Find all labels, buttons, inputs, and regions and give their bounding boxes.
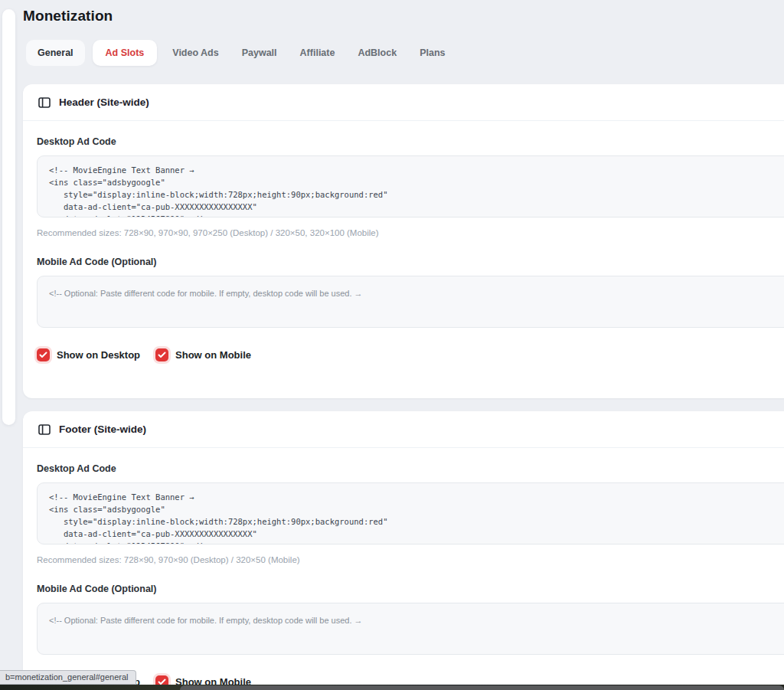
checkbox-checked-icon[interactable] (37, 348, 50, 361)
tab-plans[interactable]: Plans (412, 40, 452, 66)
sidebar-edge-panel (2, 9, 15, 425)
mobile-ad-code-placeholder: <!-- Optional: Paste different code for … (49, 616, 363, 625)
card-body: Desktop Ad Code <!-- MovieEngine Text Ba… (23, 448, 784, 690)
mobile-ad-code-label: Mobile Ad Code (Optional) (37, 584, 784, 595)
desktop-ad-code-textarea[interactable]: <!-- MovieEngine Text Banner → <ins clas… (37, 482, 784, 544)
card-title: Footer (Site-wide) (59, 423, 146, 435)
tab-paywall[interactable]: Paywall (234, 40, 285, 66)
mobile-ad-code-textarea[interactable]: <!-- Optional: Paste different code for … (37, 276, 784, 328)
checkbox-checked-icon[interactable] (155, 348, 168, 361)
mobile-ad-code-placeholder: <!-- Optional: Paste different code for … (49, 289, 363, 298)
mobile-ad-code-textarea[interactable]: <!-- Optional: Paste different code for … (37, 603, 784, 655)
tab-adblock[interactable]: AdBlock (350, 40, 404, 66)
desktop-ad-code-label: Desktop Ad Code (37, 136, 784, 148)
recommended-sizes-hint: Recommended sizes: 728×90, 970×90 (Deskt… (37, 554, 784, 565)
card-header: Footer (Site-wide) (23, 411, 784, 448)
layout-banner-icon (38, 97, 51, 108)
desktop-ad-code-label: Desktop Ad Code (37, 463, 784, 475)
tab-affiliate[interactable]: Affiliate (292, 40, 343, 66)
background-window-top-edge[interactable] (180, 685, 784, 690)
card-body: Desktop Ad Code <!-- MovieEngine Text Ba… (23, 121, 784, 398)
show-on-desktop-label: Show on Desktop (57, 349, 140, 361)
layout-banner-icon (38, 424, 51, 435)
tab-ad-slots[interactable]: Ad Slots (93, 40, 158, 66)
card-title: Header (Site-wide) (59, 96, 149, 108)
mobile-ad-code-label: Mobile Ad Code (Optional) (37, 257, 784, 268)
desktop-ad-code-textarea[interactable]: <!-- MovieEngine Text Banner → <ins clas… (37, 155, 784, 217)
recommended-sizes-hint: Recommended sizes: 728×90, 970×90, 970×2… (37, 227, 784, 238)
show-on-mobile-label: Show on Mobile (175, 349, 251, 361)
page-title: Monetization (23, 8, 113, 25)
show-on-mobile-checkbox-item[interactable]: Show on Mobile (155, 348, 251, 361)
footer-ad-slot-card: Footer (Site-wide) Desktop Ad Code <!-- … (23, 411, 784, 690)
header-ad-slot-card: Header (Site-wide) Desktop Ad Code <!-- … (23, 84, 784, 398)
visibility-options-row: Show on Desktop Show on Mobile (37, 348, 784, 361)
card-header: Header (Site-wide) (23, 84, 784, 121)
show-on-desktop-checkbox-item[interactable]: Show on Desktop (37, 348, 140, 361)
browser-status-url-bubble: b=monetization_general#general (0, 670, 136, 685)
monetization-tabbar: General Ad Slots Video Ads Paywall Affil… (26, 40, 452, 66)
tab-video-ads[interactable]: Video Ads (165, 40, 226, 66)
tab-general[interactable]: General (26, 40, 85, 66)
